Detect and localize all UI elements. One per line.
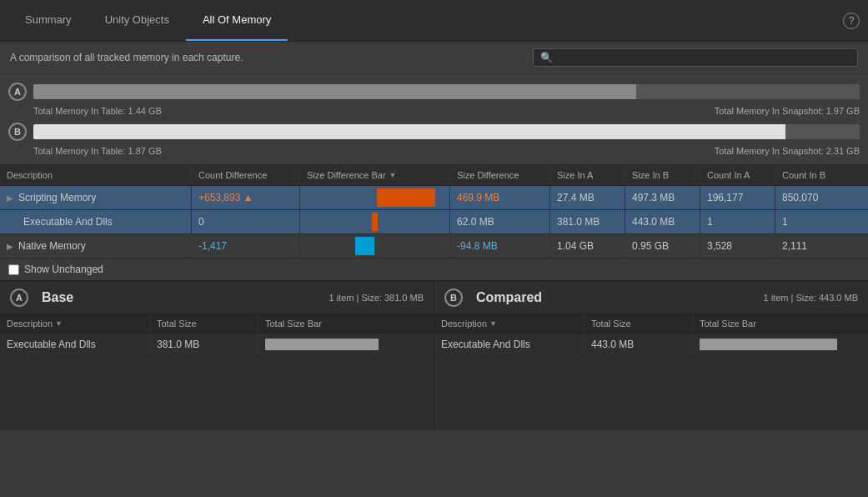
base-th-description: Description ▼ [0, 314, 150, 333]
help-icon[interactable]: ? [843, 13, 860, 29]
compared-th-total-size-bar: Total Size Bar [693, 314, 868, 333]
th-count-b: Count In B [775, 165, 850, 185]
td-size-diff-bar [300, 186, 450, 209]
memory-row-a: A [0, 79, 868, 104]
memory-snapshot-total-a: Total Memory In Snapshot: 1.97 GB [715, 106, 860, 116]
td-size-diff: 62.0 MB [450, 210, 550, 233]
compared-table-header: Description ▼ Total Size Total Size Bar [434, 314, 868, 334]
base-th-total-size: Total Size [150, 314, 258, 333]
base-panel-header: A Base 1 item | Size: 381.0 MB [0, 282, 434, 314]
search-input[interactable] [540, 52, 850, 63]
td-description: ▶ Scripting Memory [0, 186, 192, 209]
expand-arrow-icon[interactable]: ▶ [7, 242, 13, 251]
th-size-a: Size In A [550, 165, 625, 185]
sort-icon: ▼ [389, 171, 397, 179]
td-count-b: 850,070 [775, 186, 850, 209]
table-header: Description Count Difference Size Differ… [0, 165, 868, 186]
compared-title: Compared [476, 290, 542, 305]
sort-icon: ▼ [489, 319, 497, 328]
compared-td-description: Executable And Dlls [434, 334, 585, 355]
base-title: Base [42, 290, 73, 305]
table-row[interactable]: ▶ Scripting Memory +653,893 ▲ 4 [0, 186, 868, 210]
tab-bar: Summary Unity Objects All Of Memory ? [0, 0, 868, 42]
td-size-a: 27.4 MB [550, 186, 625, 209]
base-table-row[interactable]: Executable And Dlls 381.0 MB [0, 334, 434, 356]
memory-table-total-a: Total Memory In Table: 1.44 GB [33, 106, 162, 116]
table-row[interactable]: ▶ Native Memory -1,417 -94.8 MB 1.04 GB … [0, 234, 868, 259]
memory-bar-a-fill [33, 84, 636, 99]
compared-td-size-bar [693, 334, 868, 355]
td-size-diff-bar [300, 234, 450, 258]
td-description: Executable And Dlls [0, 210, 192, 233]
th-description: Description [0, 165, 192, 185]
memory-info-a: Total Memory In Table: 1.44 GB Total Mem… [0, 104, 868, 119]
description-text: A comparison of all tracked memory in ea… [10, 52, 533, 63]
td-count-a: 196,177 [700, 186, 775, 209]
sort-icon: ▼ [55, 319, 63, 328]
base-td-size-bar [258, 334, 434, 355]
td-count-b: 1 [775, 210, 850, 233]
base-td-description: Executable And Dlls [0, 334, 150, 355]
show-unchanged-checkbox[interactable] [8, 264, 19, 275]
search-box[interactable] [533, 48, 858, 67]
td-description: ▶ Native Memory [0, 234, 192, 258]
td-size-b: 497.3 MB [625, 186, 700, 209]
compared-td-total-size: 443.0 MB [585, 334, 693, 355]
memory-bar-a [33, 84, 860, 99]
base-info: 1 item | Size: 381.0 MB [329, 293, 424, 303]
tab-summary[interactable]: Summary [8, 0, 88, 41]
base-table-header: Description ▼ Total Size Total Size Bar [0, 314, 434, 334]
expand-arrow-icon[interactable]: ▶ [7, 193, 13, 203]
compared-panel-header: B Compared 1 item | Size: 443.0 MB [434, 282, 868, 314]
table-body: ▶ Scripting Memory +653,893 ▲ 4 [0, 186, 868, 259]
th-size-b: Size In B [625, 165, 700, 185]
compared-badge: B [444, 289, 463, 307]
memory-row-b: B [0, 119, 868, 144]
td-size-diff: 469.9 MB [450, 186, 550, 209]
td-size-a: 1.04 GB [550, 234, 625, 258]
compared-table-row[interactable]: Executable And Dlls 443.0 MB [434, 334, 868, 356]
td-count-diff: 0 [192, 210, 300, 233]
td-count-b: 2,111 [775, 234, 850, 258]
td-size-diff: -94.8 MB [450, 234, 550, 258]
tab-summary-label: Summary [25, 13, 72, 26]
td-size-b: 0.95 GB [625, 234, 700, 258]
td-size-a: 381.0 MB [550, 210, 625, 233]
description-bar: A comparison of all tracked memory in ea… [0, 42, 868, 74]
badge-a: A [8, 83, 27, 101]
td-size-b: 443.0 MB [625, 210, 700, 233]
tab-all-of-memory[interactable]: All Of Memory [186, 0, 288, 41]
memory-snapshot-total-b: Total Memory In Snapshot: 2.31 GB [715, 146, 860, 156]
th-count-diff: Count Difference [192, 165, 300, 185]
compared-th-description: Description ▼ [434, 314, 585, 333]
show-unchanged-label: Show Unchanged [24, 264, 103, 275]
bottom-panel: A Base 1 item | Size: 381.0 MB Descripti… [0, 280, 868, 430]
compared-panel: B Compared 1 item | Size: 443.0 MB Descr… [434, 282, 868, 430]
td-count-diff: -1,417 [192, 234, 300, 258]
comparison-table: Description Count Difference Size Differ… [0, 164, 868, 280]
base-td-total-size: 381.0 MB [150, 334, 258, 355]
base-panel: A Base 1 item | Size: 381.0 MB Descripti… [0, 282, 434, 430]
td-size-diff-bar [300, 210, 450, 233]
memory-bar-b-fill [33, 124, 785, 139]
memory-info-b: Total Memory In Table: 1.87 GB Total Mem… [0, 144, 868, 159]
base-badge: A [10, 289, 28, 307]
badge-b: B [8, 123, 27, 141]
td-count-a: 3,528 [700, 234, 775, 258]
show-unchanged-row: Show Unchanged [0, 259, 868, 280]
memory-bar-b [33, 124, 860, 139]
tab-unity-objects[interactable]: Unity Objects [88, 0, 186, 41]
th-size-diff: Size Difference [450, 165, 550, 185]
table-row[interactable]: Executable And Dlls 0 62.0 MB 381.0 MB 4… [0, 210, 868, 234]
tab-unity-objects-label: Unity Objects [105, 13, 169, 26]
compared-th-total-size: Total Size [585, 314, 693, 333]
td-count-diff: +653,893 ▲ [192, 186, 300, 209]
tab-all-of-memory-label: All Of Memory [203, 13, 271, 26]
memory-table-total-b: Total Memory In Table: 1.87 GB [33, 146, 162, 156]
memory-section: A Total Memory In Table: 1.44 GB Total M… [0, 74, 868, 164]
base-th-total-size-bar: Total Size Bar [258, 314, 434, 333]
th-size-diff-bar: Size Difference Bar ▼ [300, 165, 450, 185]
td-count-a: 1 [700, 210, 775, 233]
compared-info: 1 item | Size: 443.0 MB [763, 293, 858, 303]
th-count-a: Count In A [700, 165, 775, 185]
